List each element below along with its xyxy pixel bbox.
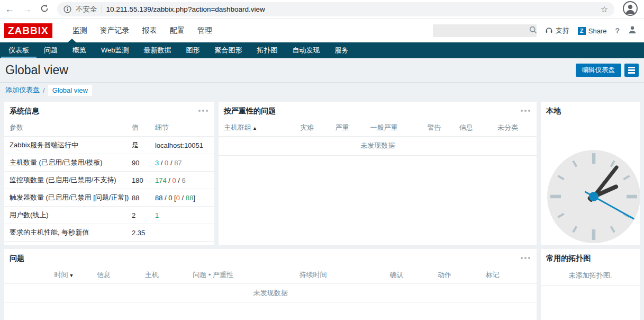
widget-menu-button[interactable] [519, 108, 532, 113]
detail-segment: / [167, 176, 173, 184]
value-cell: 2 [130, 207, 153, 224]
url-text[interactable]: 10.211.55.139/zabbix.php?action=dashboar… [106, 5, 596, 13]
value-cell: 90 [130, 154, 153, 172]
subnav-item-2[interactable]: 概览 [65, 42, 94, 58]
dashboard-menu-button[interactable] [624, 64, 639, 77]
main-menu: 监测资产记录报表配置管理 [66, 23, 219, 39]
menu-item-4[interactable]: 管理 [191, 23, 219, 39]
subnav-item-5[interactable]: 图形 [179, 42, 207, 58]
address-bar[interactable]: 不安全 10.211.55.139/zabbix.php?action=dash… [57, 2, 614, 16]
browser-profile-icon[interactable] [623, 1, 639, 18]
search-box[interactable] [433, 24, 537, 37]
column-header-4[interactable]: 警告 [425, 119, 457, 137]
browser-forward-icon[interactable]: → [23, 5, 32, 14]
subnav-item-6[interactable]: 聚合图形 [207, 42, 250, 58]
subnav-item-8[interactable]: 自动发现 [285, 42, 328, 58]
column-header-3[interactable]: 一般严重 [368, 119, 425, 137]
column-label: 警告 [428, 123, 441, 131]
zabbix-logo[interactable]: ZABBIX [4, 23, 52, 38]
column-label: 未分类 [497, 123, 518, 131]
column-header-4[interactable]: 问题 • 严重性 [191, 266, 297, 284]
no-maps-message: 未添加拓扑图. [541, 266, 640, 286]
address-separator [102, 5, 102, 13]
help-link[interactable]: ? [615, 26, 620, 35]
subnav-item-3[interactable]: Web监测 [94, 42, 137, 58]
column-header-3[interactable]: 主机 [143, 266, 191, 284]
column-header-5[interactable]: 信息 [457, 119, 495, 137]
site-info-icon[interactable] [64, 5, 71, 13]
widget-menu-button[interactable] [519, 255, 532, 261]
menu-item-3[interactable]: 配置 [164, 23, 191, 39]
column-header-2[interactable]: 严重 [333, 119, 368, 137]
detail-segment: 88 [186, 194, 193, 202]
column-label: 严重 [335, 123, 349, 131]
subnav-item-1[interactable]: 问题 [37, 42, 65, 58]
detail-segment: 87 [174, 159, 182, 167]
menu-item-2[interactable]: 报表 [136, 23, 164, 39]
column-header-7[interactable]: 动作 [436, 266, 484, 284]
column-header-1[interactable]: 灾难 [298, 119, 333, 137]
subnav-item-7[interactable]: 拓扑图 [250, 42, 285, 58]
analog-clock [541, 119, 640, 245]
detail-segment: 174 [155, 176, 167, 184]
share-link[interactable]: Z Share [578, 27, 607, 35]
system-info-table: 参数值细节 Zabbix服务器端运行中是localhost:10051主机数量 … [4, 119, 214, 242]
header-right: 支持 Z Share ? [433, 24, 640, 37]
browser-refresh-icon[interactable] [40, 4, 49, 14]
param-cell: 要求的主机性能, 每秒新值 [4, 224, 130, 242]
breadcrumb-current[interactable]: Global view [48, 85, 92, 96]
param-cell: 监控项数量 (已启用/已禁用/不支持) [4, 172, 130, 189]
sort-icon: ▼ [69, 273, 74, 278]
detail-segment: / [168, 159, 174, 167]
column-header-5[interactable]: 持续时间 [297, 266, 387, 284]
detail-segment: 0 [173, 176, 176, 184]
clock-widget: 本地 [541, 102, 640, 245]
column-header-0[interactable]: 主机群组▲ [219, 119, 298, 137]
search-icon[interactable] [529, 26, 537, 36]
browser-back-icon[interactable]: ← [5, 5, 14, 14]
column-header-2: 细节 [153, 119, 214, 137]
column-label: 标记 [486, 271, 500, 279]
column-label: 一般严重 [370, 123, 398, 131]
subnav-item-4[interactable]: 最新数据 [137, 42, 179, 58]
param-cell: 主机数量 (已启用/已禁用/模板) [4, 154, 130, 172]
details-cell: 88 / 0 [0 / 88] [153, 189, 214, 207]
column-header-6[interactable]: 未分类 [495, 119, 537, 137]
column-header-2[interactable]: 信息 [95, 266, 143, 284]
table-row: 触发器数量 (已启用/已禁用 [问题/正常])8888 / 0 [0 / 88] [4, 189, 214, 207]
widget-title: 本地 [546, 106, 561, 116]
security-label[interactable]: 不安全 [76, 5, 97, 14]
bookmark-star-icon[interactable]: ☆ [601, 4, 608, 14]
widget-title: 问题 [10, 254, 24, 263]
user-profile-icon[interactable] [628, 25, 637, 36]
subnav: 仪表板问题概览Web监测最新数据图形聚合图形拓扑图自动发现服务 [0, 42, 644, 58]
column-label: 动作 [438, 271, 451, 279]
subnav-item-0[interactable]: 仪表板 [1, 42, 37, 58]
hamburger-icon [628, 67, 635, 74]
menu-item-0[interactable]: 监测 [66, 23, 94, 39]
details-cell: 1 [153, 207, 214, 224]
support-label: 支持 [556, 26, 569, 35]
breadcrumb-add-dashboard-link[interactable]: 添加仪表盘 [5, 85, 40, 95]
column-label: 持续时间 [299, 271, 326, 279]
menu-item-1[interactable]: 资产记录 [94, 23, 136, 39]
column-header-0[interactable] [4, 266, 52, 284]
search-input[interactable] [436, 27, 529, 35]
subnav-item-9[interactable]: 服务 [328, 42, 356, 58]
value-cell: 是 [130, 137, 153, 154]
column-label: 灾难 [300, 123, 314, 131]
widget-menu-button[interactable] [197, 108, 210, 113]
support-link[interactable]: 支持 [545, 26, 569, 35]
column-header-6[interactable]: 确认 [388, 266, 436, 284]
widget-title: 常用的拓扑图 [546, 254, 591, 263]
clock-center-dot [589, 192, 598, 201]
title-actions: 编辑仪表盘 [576, 64, 639, 77]
widget-title: 按严重性的问题 [224, 106, 276, 116]
problems-widget: 问题 时间▼信息主机问题 • 严重性持续时间确认动作标记 未发现数据 [4, 249, 537, 320]
detail-segment: ] [193, 194, 195, 202]
detail-segment: / [159, 159, 165, 167]
favorite-maps-widget: 常用的拓扑图 未添加拓扑图. [541, 249, 640, 320]
edit-dashboard-button[interactable]: 编辑仪表盘 [576, 64, 622, 77]
column-header-8[interactable]: 标记 [484, 266, 537, 284]
column-header-1[interactable]: 时间▼ [52, 266, 95, 284]
